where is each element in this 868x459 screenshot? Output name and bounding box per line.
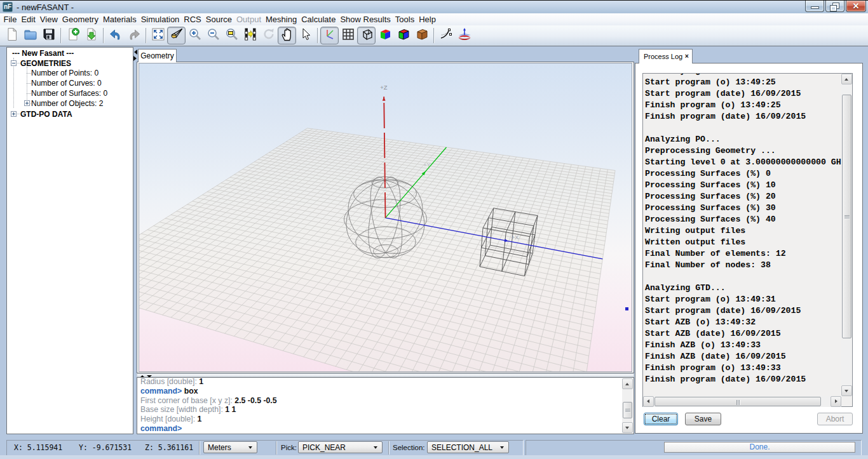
- open-file-button[interactable]: [21, 27, 39, 44]
- menu-help[interactable]: Help: [417, 13, 438, 25]
- menu-calculate[interactable]: Calculate: [299, 13, 338, 25]
- console-scroll-down[interactable]: [622, 422, 633, 433]
- menu-rcs[interactable]: RCS: [182, 13, 203, 25]
- 3d-viewport[interactable]: +X+Y+Z: [139, 63, 632, 372]
- textured-mode-button[interactable]: [412, 27, 431, 44]
- zoom-out-button[interactable]: [204, 27, 222, 44]
- pick-combo[interactable]: PICK_NEAR: [298, 441, 383, 453]
- abort-button[interactable]: Abort: [817, 413, 853, 425]
- splitter-collapse-right-icon[interactable]: [133, 56, 137, 61]
- tree-node-geometries[interactable]: GEOMETRIES: [20, 59, 71, 68]
- show-grid-button[interactable]: [339, 27, 357, 44]
- tree-root[interactable]: --- New Fasant ---: [12, 49, 74, 58]
- console-scroll-thumb[interactable]: [623, 402, 632, 418]
- show-normals-button[interactable]: [455, 27, 473, 44]
- tree-node-number-of-curves-[interactable]: Number of Curves: 0: [31, 79, 102, 88]
- process-log-text: Classifying facets... Start program (o) …: [645, 74, 842, 385]
- export-geometry-button[interactable]: [82, 27, 100, 44]
- log-scroll-up[interactable]: [841, 74, 852, 84]
- tab-geometry[interactable]: Geometry: [138, 49, 177, 62]
- restore-button[interactable]: [825, 1, 844, 12]
- pan-view-icon: [280, 27, 294, 44]
- menu-simulation[interactable]: Simulation: [139, 13, 182, 25]
- minimize-button[interactable]: [805, 1, 824, 12]
- zoom-window-icon: [225, 27, 239, 44]
- console-prompt-line: First corner of base [x y z]: 2.5 -0.5 -…: [140, 396, 277, 406]
- tree-objects-expander[interactable]: [24, 100, 30, 106]
- log-scroll-right[interactable]: [831, 396, 841, 407]
- menu-materials[interactable]: Materials: [100, 13, 139, 25]
- menu-bar: FileEditViewGeometryMaterialsSimulationR…: [0, 13, 868, 25]
- previous-view-button[interactable]: [241, 27, 259, 44]
- progress-text: Done.: [665, 442, 855, 452]
- undo-button[interactable]: [106, 27, 125, 44]
- menu-show-results[interactable]: Show Results: [338, 13, 393, 25]
- point-marker: [625, 307, 628, 310]
- process-log-output[interactable]: Classifying facets... Start program (o) …: [642, 73, 853, 407]
- menu-file[interactable]: File: [1, 13, 19, 25]
- console-lines: Radius [double]: 1command> boxFirst corn…: [140, 377, 277, 434]
- menu-source[interactable]: Source: [203, 13, 234, 25]
- tree-node-number-of-surfaces-[interactable]: Number of Surfaces: 0: [31, 89, 107, 98]
- rotate-view-button[interactable]: [259, 27, 278, 44]
- pick-label: Pick:: [281, 444, 297, 451]
- tree-node-number-of-points-[interactable]: Number of Points: 0: [31, 69, 98, 77]
- zoom-window-button[interactable]: [222, 27, 241, 44]
- close-button[interactable]: ✕: [846, 1, 866, 12]
- log-hscroll-thumb[interactable]: [654, 397, 821, 406]
- log-scroll-down[interactable]: [841, 385, 852, 396]
- selection-combo[interactable]: SELECTION_ALL: [427, 441, 509, 453]
- splitter-collapse-left-icon[interactable]: [134, 50, 137, 55]
- wireframe-mode-button[interactable]: [357, 27, 376, 44]
- perspective-view-button[interactable]: [167, 27, 186, 44]
- new-file-button[interactable]: [3, 27, 21, 44]
- title-bar: nF - newFASANT - ✕: [0, 0, 868, 13]
- save-file-icon: [42, 27, 56, 44]
- save-file-button[interactable]: [39, 27, 58, 44]
- menu-geometry[interactable]: Geometry: [60, 13, 100, 25]
- console-scroll-up[interactable]: [622, 378, 633, 389]
- fit-view-button[interactable]: [149, 27, 167, 44]
- zoom-in-button[interactable]: [186, 27, 204, 44]
- redo-button[interactable]: [125, 27, 143, 44]
- import-geometry-button[interactable]: [64, 27, 82, 44]
- select-cursor-button[interactable]: [296, 27, 315, 44]
- pan-view-button[interactable]: [278, 27, 296, 44]
- toolbar: [0, 25, 868, 46]
- tab-process-log[interactable]: Process Log ×: [639, 49, 693, 63]
- redo-icon: [127, 27, 141, 44]
- textured-mode-icon: [415, 27, 429, 44]
- clear-button[interactable]: Clear: [644, 413, 678, 425]
- menu-meshing[interactable]: Meshing: [264, 13, 299, 25]
- save-log-button[interactable]: Save: [685, 413, 721, 425]
- project-tree-panel: --- New Fasant ---GEOMETRIESNumber of Po…: [6, 47, 133, 434]
- tree-node-gtd-po-data[interactable]: GTD-PO DATA: [20, 110, 72, 119]
- progress-bar: Done.: [664, 442, 855, 453]
- new-file-icon: [5, 27, 19, 44]
- window-bottom-edge: [0, 455, 868, 459]
- log-hscrollbar[interactable]: [643, 396, 841, 407]
- shaded-mode-button[interactable]: [394, 27, 412, 44]
- open-file-icon: [24, 27, 37, 44]
- show-axes-icon: [323, 27, 337, 44]
- units-combo[interactable]: Meters: [203, 441, 257, 453]
- tree-gtdpo-expander[interactable]: [11, 111, 17, 117]
- menu-output[interactable]: Output: [234, 13, 264, 25]
- tree-geometries-expander[interactable]: [11, 60, 17, 66]
- show-curves-button[interactable]: [437, 27, 455, 44]
- show-axes-button[interactable]: [320, 27, 339, 44]
- axis-label: +Y: [423, 161, 431, 168]
- log-vscrollbar[interactable]: [841, 74, 852, 396]
- menu-edit[interactable]: Edit: [19, 13, 37, 25]
- flat-mode-button[interactable]: [376, 27, 394, 44]
- log-scroll-left[interactable]: [643, 396, 654, 407]
- log-vscroll-thumb[interactable]: [842, 95, 851, 338]
- combo-arrow-icon: [374, 446, 377, 449]
- select-cursor-icon: [299, 27, 313, 44]
- tree-node-number-of-objects-[interactable]: Number of Objects: 2: [31, 99, 103, 108]
- command-console[interactable]: Radius [double]: 1command> boxFirst corn…: [137, 377, 634, 434]
- menu-tools[interactable]: Tools: [393, 13, 416, 25]
- tab-close-icon[interactable]: ×: [685, 52, 689, 60]
- console-scrollbar[interactable]: [622, 378, 633, 433]
- menu-view[interactable]: View: [37, 13, 60, 25]
